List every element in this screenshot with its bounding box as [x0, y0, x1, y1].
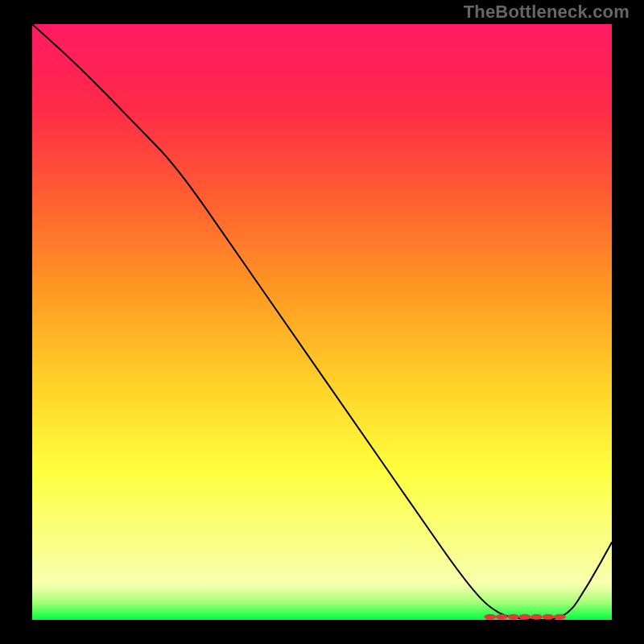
chart-frame: TheBottleneck.com — [0, 0, 644, 644]
marker-dot — [530, 614, 542, 619]
curve-svg — [32, 24, 612, 620]
marker-dot — [519, 614, 530, 619]
curve-line — [32, 24, 612, 620]
marker-dot — [554, 614, 565, 619]
marker-dot — [543, 614, 554, 619]
marker-dot — [508, 614, 519, 619]
watermark-text: TheBottleneck.com — [464, 2, 630, 23]
plot-area — [32, 24, 612, 620]
marker-dot — [485, 614, 496, 619]
marker-dot — [496, 614, 507, 619]
